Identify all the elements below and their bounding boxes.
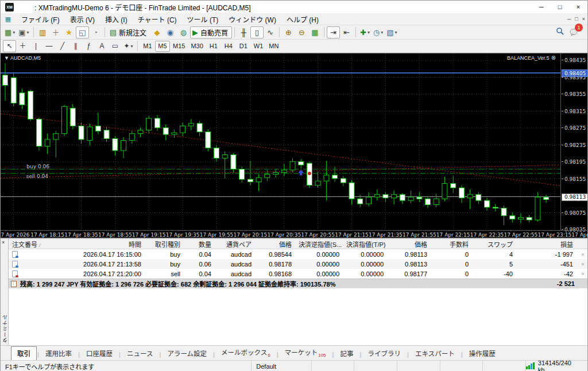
new-chart-button[interactable]: ▦▾ [3,26,17,38]
menu-item-4[interactable]: ツール (T) [182,13,224,25]
timeframe-D1-button[interactable]: D1 [236,41,251,52]
trendline-tool-button[interactable]: ╱ [56,40,69,52]
zoom-in-icon: ⊕ [285,29,292,36]
strategy-tester-button[interactable]: ◔ [89,26,102,38]
cursor-tool-button[interactable]: ↖ [3,40,16,52]
close-order-icon[interactable]: × [577,271,587,277]
menu-item-0[interactable]: ファイル (F) [16,13,65,25]
toolbar-separator [355,27,356,37]
menu-item-2[interactable]: 挿入 (I) [100,13,133,25]
market-watch-button[interactable]: ▥ [36,26,49,38]
chart-line-button[interactable]: ∿ [264,26,277,38]
tab-8[interactable]: ライブラリ [362,347,407,360]
templates-button[interactable]: ▧▾ [385,26,399,38]
terminal-close-icon[interactable]: × [2,239,5,245]
mdi-control-2[interactable]: × [582,16,585,22]
news-button[interactable]: ◍ [177,26,190,38]
cursor-icon: ↖ [6,42,12,49]
timeframe-MN-button[interactable]: MN [266,41,281,52]
tab-10[interactable]: 操作履歴 [463,347,501,360]
chart-canvas[interactable]: buy 0.06sell 0.04 [1,53,560,230]
tile-windows-button[interactable]: ▦ [308,26,322,38]
column-header-9[interactable]: 手数料 [431,239,472,249]
tab-0[interactable]: 取引 [11,346,37,360]
price-tick: 0.98435 [564,57,586,63]
ea-close-icon[interactable]: ⊗ [551,55,556,61]
zoom-in-button[interactable]: ⊕ [282,26,295,38]
fibonacci-tool-button[interactable]: ƒ [82,40,95,52]
menu-item-6[interactable]: ヘルプ (H) [281,13,324,25]
menu-item-3[interactable]: チャート (C) [133,13,182,25]
column-header-8[interactable]: 価格 [387,239,431,249]
periods-button[interactable]: ◷▾ [372,26,385,38]
equidistant-channel-tool-button[interactable]: ∥ [69,40,82,52]
status-profile[interactable]: Default [252,361,311,371]
order-row-0[interactable]: 2026.04.17 16:15:00buy0.04audcad0.985440… [9,249,587,259]
column-header-5[interactable]: 価格 [255,239,295,249]
mdi-control-0[interactable]: ─ [567,16,571,22]
zoom-out-icon: ⊖ [299,29,305,36]
tab-3[interactable]: ニュース [121,347,158,360]
metaeditor-button[interactable]: ◆ [150,26,164,38]
timeframe-W1-button[interactable]: W1 [251,41,266,52]
text-tool-button[interactable]: A [95,40,109,52]
column-header-3[interactable]: 数量 [184,239,215,249]
mt4-window: XM : XMTradingMU-Demo 6 - デモ口座 - FinTrad… [0,0,588,371]
navigator-button[interactable]: ★ [63,26,76,38]
column-header-4[interactable]: 通貨ペア [215,239,255,249]
auto-scroll-button[interactable]: ⇥ [327,26,340,38]
column-header-7[interactable]: 決済指値(T/P) [343,239,387,249]
mql5-community-button[interactable]: ◉ [164,26,177,38]
mdi-control-1[interactable]: □ [575,16,578,22]
minimize-button[interactable]: ─ [532,1,551,13]
equidistant-channel-icon: ∥ [74,42,78,49]
tab-5[interactable]: メールボックス6 [215,346,276,360]
chart-symbol-label[interactable]: ▼ AUDCAD,M5 [4,55,41,61]
menu-item-1[interactable]: 表示 (V) [65,13,100,25]
timeframe-H1-button[interactable]: H1 [206,41,221,52]
close-order-icon[interactable]: × [577,252,587,257]
indicators-button[interactable]: ✚▾ [358,26,372,38]
timeframe-M15-button[interactable]: M15 [170,41,188,52]
data-window-button[interactable]: ＋ [49,26,63,38]
chart-shift-button[interactable]: ⇤ [340,26,353,38]
arrows-tool-button[interactable]: ✦▾ [122,40,135,52]
timeframe-H4-button[interactable]: H4 [221,41,236,52]
vertical-line-tool-button[interactable]: | [29,40,42,52]
tab-7[interactable]: 記事 [335,347,359,360]
chart-profiles-button[interactable]: ▣▾ [17,26,30,38]
text-label-tool-button[interactable]: ▭ [109,40,122,52]
timeframe-M30-button[interactable]: M30 [188,41,206,52]
chart-candles-button[interactable]: ▯ [250,26,264,38]
crosshair-tool-button[interactable]: ＋ [16,40,29,52]
timeframe-M5-button[interactable]: M5 [155,41,170,52]
close-button[interactable]: × [569,1,587,13]
new-chart-icon: ▦ [5,29,11,36]
column-header-11[interactable]: 損益 [516,239,577,249]
zoom-out-button[interactable]: ⊖ [295,26,308,38]
tab-6[interactable]: マーケット105 [279,346,332,360]
order-row-1[interactable]: 2026.04.17 21:13:58buy0.06audcad0.981780… [9,259,587,269]
autotrading-button[interactable]: ▶自動売買 [190,26,232,38]
column-header-0[interactable]: 注文番号∕ [9,239,73,249]
close-order-icon[interactable]: × [577,261,587,267]
column-header-1[interactable]: 時間 [73,239,145,249]
order-row-2[interactable]: 2026.04.17 21:20:00sell0.04audcad0.98168… [9,269,587,279]
notifications-icon[interactable]: 1 [570,28,583,36]
tab-9[interactable]: エキスパート [409,347,461,360]
tab-2[interactable]: 口座履歴 [80,347,118,360]
column-header-6[interactable]: 決済逆指値(S... [295,239,343,249]
maximize-button[interactable]: □ [551,1,569,13]
tab-1[interactable]: 運用比率 [40,347,78,360]
terminal-toggle-button[interactable]: ◱ [76,26,89,38]
horizontal-line-tool-button[interactable]: — [42,40,56,52]
search-icon[interactable] [556,27,564,37]
text-icon: A [99,42,104,49]
tab-4[interactable]: アラーム設定 [161,347,212,360]
new-order-button[interactable]: ▤新規注文 [107,26,150,38]
chart-bars-button[interactable]: ╫ [237,26,250,38]
timeframe-M1-button[interactable]: M1 [140,41,155,52]
column-header-2[interactable]: 取引種別 [145,239,184,249]
menu-item-5[interactable]: ウィンドウ (W) [223,13,281,25]
column-header-10[interactable]: スワップ [472,239,516,249]
